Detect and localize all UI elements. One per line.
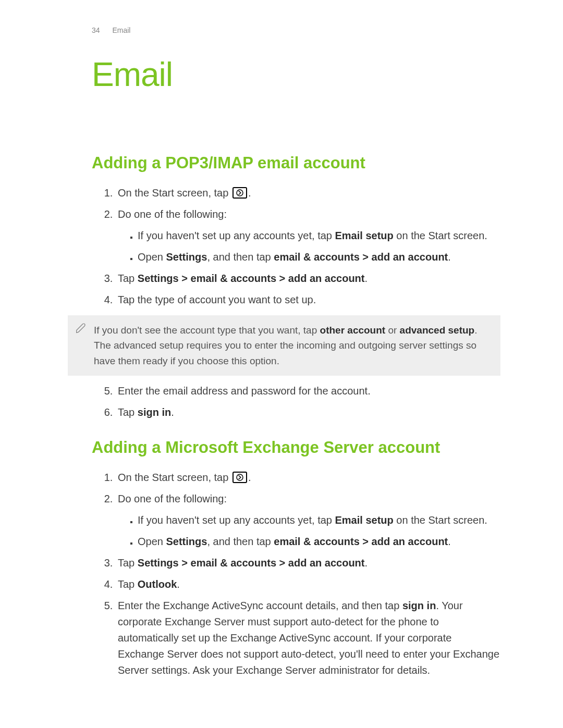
- pen-icon: [75, 323, 87, 334]
- step-item: Tap Outlook.: [116, 576, 500, 593]
- sub-item: Open Settings, and then tap email & acco…: [138, 249, 500, 265]
- step-item: Do one of the following: If you haven't …: [116, 491, 500, 550]
- steps-list-exchange: On the Start screen, tap . Do one of the…: [92, 470, 500, 678]
- step-item: On the Start screen, tap .: [116, 470, 500, 486]
- sub-item: If you haven't set up any accounts yet, …: [138, 512, 500, 528]
- svg-point-0: [237, 190, 243, 196]
- chapter-title: Email: [92, 49, 500, 101]
- document-page: 34 Email Email Adding a POP3/IMAP email …: [0, 0, 563, 728]
- step-item: Enter the email address and password for…: [116, 383, 500, 399]
- arrow-right-icon: [232, 472, 247, 483]
- sub-item: Open Settings, and then tap email & acco…: [138, 534, 500, 550]
- note-text: If you don't see the account type that y…: [94, 323, 486, 368]
- page-number: 34: [92, 26, 100, 34]
- step-item: Enter the Exchange ActiveSync account de…: [116, 598, 500, 678]
- note-box: If you don't see the account type that y…: [68, 315, 500, 376]
- section-title-pop3: Adding a POP3/IMAP email account: [92, 151, 500, 176]
- steps-list-pop3: On the Start screen, tap . Do one of the…: [92, 185, 500, 308]
- section-title-exchange: Adding a Microsoft Exchange Server accou…: [92, 435, 500, 460]
- step-item: Tap Settings > email & accounts > add an…: [116, 270, 500, 287]
- steps-list-pop3-cont: Enter the email address and password for…: [92, 383, 500, 421]
- arrow-right-icon: [232, 187, 247, 199]
- svg-point-1: [237, 474, 243, 480]
- step-item: Tap sign in.: [116, 404, 500, 421]
- sub-item: If you haven't set up any accounts yet, …: [138, 228, 500, 244]
- header-section: Email: [112, 26, 130, 34]
- sub-list: If you haven't set up any accounts yet, …: [118, 512, 500, 550]
- sub-list: If you haven't set up any accounts yet, …: [118, 228, 500, 265]
- step-item: On the Start screen, tap .: [116, 185, 500, 201]
- step-item: Tap Settings > email & accounts > add an…: [116, 555, 500, 571]
- running-header: 34 Email: [92, 25, 500, 36]
- step-item: Do one of the following: If you haven't …: [116, 206, 500, 265]
- step-item: Tap the type of account you want to set …: [116, 292, 500, 308]
